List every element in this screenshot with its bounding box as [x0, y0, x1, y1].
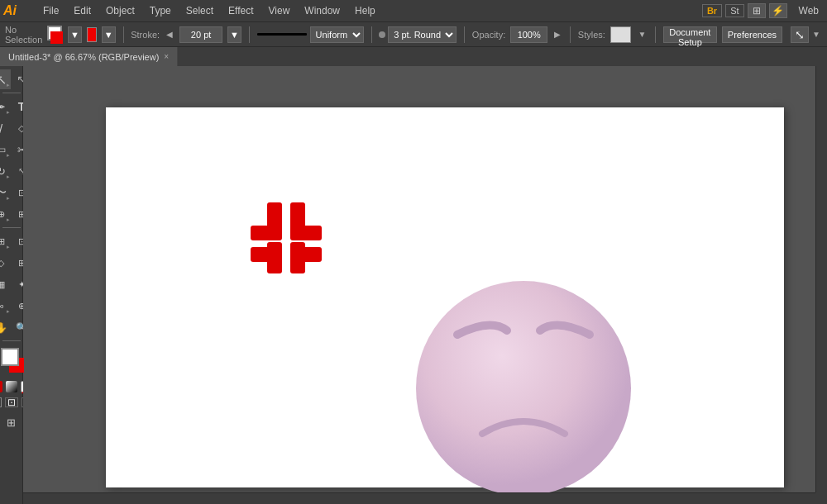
rotate-tool[interactable]: ↻▸: [0, 161, 11, 181]
menu-edit[interactable]: Edit: [67, 3, 98, 18]
svg-rect-7: [290, 242, 305, 273]
left-toolbar: ↖▸ ↖▸ ✒▸ T▸ / ◇▸ ▭▸ ✂▸ ↻▸ ⤡▸ 〜▸ ⊡▸: [0, 66, 23, 504]
color-area: [0, 348, 24, 373]
styles-label: Styles:: [578, 30, 605, 40]
menu-object[interactable]: Object: [99, 3, 141, 18]
cap-indicator: [379, 31, 385, 38]
fill-stroke-indicator: [47, 24, 63, 45]
separator-5: [570, 26, 571, 43]
stroke-width-input[interactable]: [179, 26, 222, 43]
cap-style-area: 3 pt. Round: [379, 26, 457, 43]
tab-close-button[interactable]: ×: [164, 52, 169, 61]
opacity-input[interactable]: [510, 26, 547, 43]
menu-bar: Ai File Edit Object Type Select Effect V…: [0, 0, 827, 21]
bridge-button[interactable]: Br: [702, 4, 722, 17]
screen-mode-area: ⊞: [2, 412, 22, 432]
separator-4: [464, 26, 465, 43]
hash-symbol: [251, 202, 333, 288]
scroll-corner: [815, 492, 827, 504]
warp-tool[interactable]: 〜▸: [0, 183, 11, 202]
pen-tool[interactable]: ✒▸: [0, 97, 11, 116]
grid-icon[interactable]: ⊞: [748, 3, 766, 18]
canvas-area: [23, 66, 827, 504]
color-mode-color[interactable]: [0, 381, 2, 392]
document-tab[interactable]: Untitled-3* @ 66.67% (RGB/Preview) ×: [0, 47, 178, 67]
main-area: ↖▸ ↖▸ ✒▸ T▸ / ◇▸ ▭▸ ✂▸ ↻▸ ⤡▸ 〜▸ ⊡▸: [0, 66, 827, 504]
stroke-style-area: Uniform: [257, 26, 364, 43]
separator-2: [249, 26, 250, 43]
menu-file[interactable]: File: [36, 3, 65, 18]
opacity-label: Opacity:: [472, 30, 505, 40]
stroke-decrease[interactable]: ◀: [165, 30, 174, 39]
styles-preview[interactable]: [610, 26, 632, 43]
gradient-tool[interactable]: ▦: [0, 274, 11, 294]
menu-effect[interactable]: Effect: [222, 3, 260, 18]
cap-style-select[interactable]: 3 pt. Round: [388, 26, 457, 43]
symbol-tool[interactable]: ⊕▸: [0, 204, 11, 224]
angry-face-svg: [408, 260, 639, 504]
transform-area: ⤡ ▼: [791, 26, 822, 43]
artboard: [106, 107, 784, 487]
stroke-swatch[interactable]: [87, 27, 97, 42]
angry-face: [408, 260, 639, 504]
svg-rect-5: [290, 202, 305, 234]
transform-dropdown[interactable]: ▼: [810, 30, 822, 39]
document-setup-button[interactable]: Document Setup: [663, 26, 717, 43]
line-tool[interactable]: /: [0, 118, 11, 138]
blend-tool[interactable]: ∞▸: [0, 296, 11, 316]
paint-tool[interactable]: ◇: [0, 253, 11, 273]
preferences-button[interactable]: Preferences: [722, 26, 782, 43]
stroke-color-box[interactable]: [50, 31, 63, 44]
fill-swatch[interactable]: [1, 348, 19, 366]
artboard-tool[interactable]: ⊞▸: [0, 231, 11, 251]
stroke-type-dropdown[interactable]: ▼: [102, 26, 116, 43]
behind-mode-btn[interactable]: ⊡: [5, 397, 18, 407]
control-bar: No Selection ▼ ▼ Stroke: ◀ ▼ Uniform 3 p…: [0, 21, 827, 46]
adobe-apps-cluster: Br St ⊞ ⚡: [702, 3, 787, 18]
stock-button[interactable]: St: [725, 4, 743, 17]
stroke-style-select[interactable]: Uniform: [310, 26, 364, 43]
separator-6: [655, 26, 656, 43]
menu-select[interactable]: Select: [179, 3, 220, 18]
tab-bar: Untitled-3* @ 66.67% (RGB/Preview) ×: [0, 46, 827, 66]
svg-point-8: [416, 281, 631, 496]
opacity-dropdown-btn[interactable]: ▶: [552, 30, 562, 39]
menu-window[interactable]: Window: [298, 3, 347, 18]
fill-type-dropdown[interactable]: ▼: [68, 26, 82, 43]
vertical-scrollbar[interactable]: [815, 66, 827, 492]
transform-btn[interactable]: ⤡: [791, 26, 809, 43]
separator-3: [371, 26, 372, 43]
app-logo: Ai: [3, 3, 28, 18]
horizontal-scrollbar[interactable]: [23, 492, 815, 504]
rectangle-tool[interactable]: ▭▸: [0, 140, 11, 159]
styles-dropdown-btn[interactable]: ▼: [636, 30, 648, 39]
tool-separator-2: [2, 227, 21, 228]
tool-separator-3: [2, 340, 21, 341]
screen-mode-btn[interactable]: ⊞: [2, 412, 22, 432]
stroke-label: Stroke:: [131, 30, 160, 40]
menu-web[interactable]: Web: [794, 3, 824, 18]
hand-tool[interactable]: ✋: [0, 317, 11, 337]
svg-rect-4: [267, 202, 282, 234]
hash-svg: [251, 202, 333, 285]
stroke-unit-dropdown[interactable]: ▼: [227, 26, 241, 43]
svg-rect-6: [267, 242, 282, 273]
fill-stroke-swatches: [0, 348, 24, 373]
stroke-line-preview: [257, 33, 307, 36]
menu-type[interactable]: Type: [143, 3, 178, 18]
menu-help[interactable]: Help: [348, 3, 382, 18]
lightning-icon[interactable]: ⚡: [769, 3, 787, 18]
menu-view[interactable]: View: [262, 3, 297, 18]
select-tool[interactable]: ↖▸: [0, 69, 11, 89]
tool-separator-1: [2, 93, 21, 93]
selection-label: No Selection: [5, 25, 42, 45]
separator-1: [123, 26, 124, 43]
color-mode-gradient[interactable]: [6, 381, 17, 392]
tab-title: Untitled-3* @ 66.67% (RGB/Preview): [8, 52, 159, 62]
normal-mode-btn[interactable]: ⊡: [0, 397, 2, 407]
